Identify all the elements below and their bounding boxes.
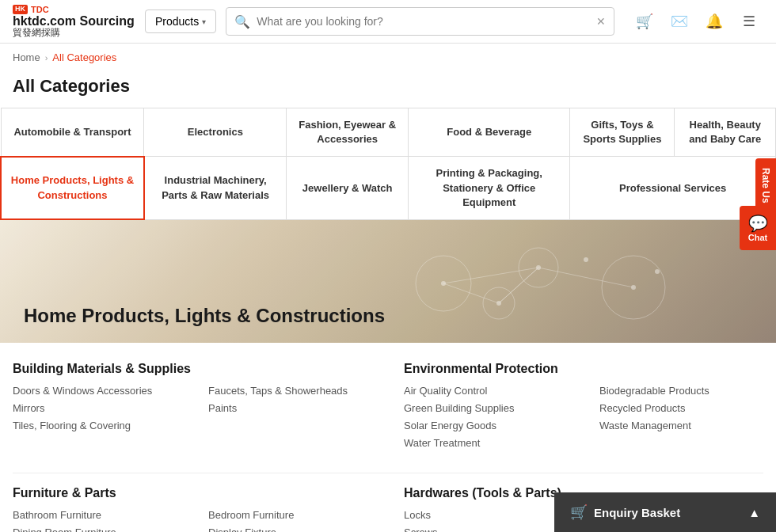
link-tiles[interactable]: Tiles, Flooring & Covering — [13, 420, 131, 431]
search-bar: 🔍 ✕ — [226, 7, 614, 36]
list-item: Mirrors — [13, 401, 177, 414]
category-cell[interactable]: Health, Beauty and Baby Care — [675, 108, 776, 157]
clear-search-icon[interactable]: ✕ — [596, 15, 606, 28]
banner-title: Home Products, Lights & Constructions — [24, 305, 385, 327]
list-item: Water Treatment — [404, 436, 568, 449]
list-item: Recycled Products — [599, 401, 763, 414]
breadcrumb-separator: › — [45, 53, 48, 63]
enquiry-basket-label: Enquiry Basket — [594, 506, 680, 519]
section-building-links-1: Doors & Windows Accessories Mirrors Tile… — [13, 384, 177, 431]
logo-tdc: TDC — [31, 5, 49, 14]
products-nav-button[interactable]: Products ▾ — [145, 10, 216, 33]
category-cell[interactable]: Gifts, Toys & Sports Supplies — [570, 108, 675, 157]
breadcrumb-home[interactable]: Home — [13, 51, 40, 63]
search-input[interactable] — [257, 15, 596, 28]
link-display[interactable]: Display Fixture — [208, 526, 276, 532]
section-building-col-1: Doors & Windows Accessories Mirrors Tile… — [13, 384, 177, 436]
basket-left: 🛒 Enquiry Basket — [570, 504, 680, 521]
logo-sub: 貿發網採購 — [13, 28, 135, 38]
sections-row-1: Building Materials & Supplies Doors & Wi… — [13, 362, 763, 454]
link-mirrors[interactable]: Mirrors — [13, 402, 44, 414]
list-item: Display Fixture — [208, 526, 372, 532]
section-furniture-col-1: Bathroom Furniture Dining Room Furniture — [13, 508, 177, 532]
section-furniture-cols: Bathroom Furniture Dining Room Furniture… — [13, 508, 372, 532]
list-item: Paints — [208, 401, 372, 414]
logo-brand: hktdc.com Sourcing — [13, 14, 135, 28]
basket-icon: 🛒 — [570, 504, 588, 521]
link-dining[interactable]: Dining Room Furniture — [13, 526, 116, 532]
rate-us-sidebar[interactable]: Rate Us — [755, 158, 776, 213]
list-item: Locks — [404, 508, 568, 521]
link-screws[interactable]: Screws — [404, 526, 438, 532]
header: HK TDC hktdc.com Sourcing 貿發網採購 Products… — [0, 0, 776, 44]
link-waste[interactable]: Waste Management — [599, 420, 691, 431]
category-cell[interactable]: Automobile & Transport — [1, 108, 144, 157]
banner: Home Products, Lights & Constructions — [0, 220, 776, 343]
link-recycled[interactable]: Recycled Products — [599, 402, 685, 414]
list-item: Dining Room Furniture — [13, 526, 177, 532]
page-title: All Categories — [0, 71, 776, 108]
category-cell[interactable]: Industrial Machinery, Parts & Raw Materi… — [144, 157, 287, 220]
section-building-col-2: Faucets, Taps & Showerheads Paints — [208, 384, 372, 436]
link-bathroom[interactable]: Bathroom Furniture — [13, 509, 101, 521]
category-cell[interactable]: Food & Beverage — [409, 108, 570, 157]
logo[interactable]: HK TDC hktdc.com Sourcing 貿發網採購 — [13, 5, 135, 39]
svg-point-12 — [496, 301, 501, 306]
section-furniture-links-2: Bedroom Furniture Display Fixture — [208, 508, 372, 532]
categories-table: Automobile & TransportElectronicsFashion… — [0, 108, 776, 220]
category-cell[interactable]: Printing & Packaging, Stationery & Offic… — [409, 157, 570, 220]
svg-point-14 — [655, 269, 660, 274]
section-environmental-title: Environmental Protection — [404, 362, 763, 376]
section-hardwares-col-1: Locks Screws — [404, 508, 568, 532]
bell-icon[interactable]: 🔔 — [700, 7, 728, 36]
category-cell[interactable]: Jewellery & Watch — [287, 157, 409, 220]
list-item: Green Building Supplies — [404, 401, 568, 414]
enquiry-basket-chevron: ▲ — [748, 506, 760, 519]
products-nav-label: Products — [155, 15, 199, 28]
chevron-down-icon: ▾ — [202, 17, 206, 26]
section-furniture-title: Furniture & Parts — [13, 486, 372, 500]
link-locks[interactable]: Locks — [404, 509, 431, 521]
list-item: Faucets, Taps & Showerheads — [208, 384, 372, 397]
section-environmental-col-1: Air Quality Control Green Building Suppl… — [404, 384, 568, 454]
list-item: Bedroom Furniture — [208, 508, 372, 521]
chat-icon: 💬 — [744, 214, 771, 233]
category-cell[interactable]: Home Products, Lights & Constructions — [1, 157, 144, 220]
link-paints[interactable]: Paints — [208, 402, 237, 414]
link-biodegradable[interactable]: Biodegradable Products — [599, 385, 709, 397]
svg-point-9 — [441, 281, 446, 286]
link-water[interactable]: Water Treatment — [404, 437, 480, 449]
link-solar[interactable]: Solar Energy Goods — [404, 420, 496, 431]
svg-point-11 — [631, 285, 636, 290]
banner-decoration — [380, 236, 697, 331]
divider — [13, 473, 763, 473]
list-item: Screws — [404, 526, 568, 532]
link-air[interactable]: Air Quality Control — [404, 385, 487, 397]
section-environmental-col-2: Biodegradable Products Recycled Products… — [599, 384, 763, 454]
section-environmental-links-1: Air Quality Control Green Building Suppl… — [404, 384, 568, 449]
link-doors[interactable]: Doors & Windows Accessories — [13, 385, 152, 397]
svg-line-5 — [538, 268, 633, 287]
list-item: Air Quality Control — [404, 384, 568, 397]
breadcrumb: Home › All Categories — [0, 44, 776, 71]
section-furniture-links-1: Bathroom Furniture Dining Room Furniture — [13, 508, 177, 532]
link-bedroom[interactable]: Bedroom Furniture — [208, 509, 294, 521]
menu-icon[interactable]: ☰ — [735, 7, 763, 36]
header-icons: 🛒 ✉️ 🔔 ☰ — [630, 7, 763, 36]
enquiry-basket[interactable]: 🛒 Enquiry Basket ▲ — [554, 492, 776, 532]
chat-label: Chat — [748, 233, 767, 242]
section-hardwares-links-1: Locks Screws — [404, 508, 568, 532]
mail-icon[interactable]: ✉️ — [665, 7, 694, 36]
category-cell[interactable]: Fashion, Eyewear & Accessories — [287, 108, 409, 157]
link-green[interactable]: Green Building Supplies — [404, 402, 514, 414]
logo-hk: HK — [13, 5, 28, 14]
search-icon: 🔍 — [234, 14, 250, 29]
category-cell[interactable]: Electronics — [144, 108, 287, 157]
list-item: Biodegradable Products — [599, 384, 763, 397]
cart-icon[interactable]: 🛒 — [630, 7, 659, 36]
chat-button[interactable]: 💬 Chat — [740, 206, 776, 250]
list-item: Bathroom Furniture — [13, 508, 177, 521]
svg-point-10 — [536, 265, 541, 270]
link-faucets[interactable]: Faucets, Taps & Showerheads — [208, 385, 348, 397]
section-building-links-2: Faucets, Taps & Showerheads Paints — [208, 384, 372, 414]
